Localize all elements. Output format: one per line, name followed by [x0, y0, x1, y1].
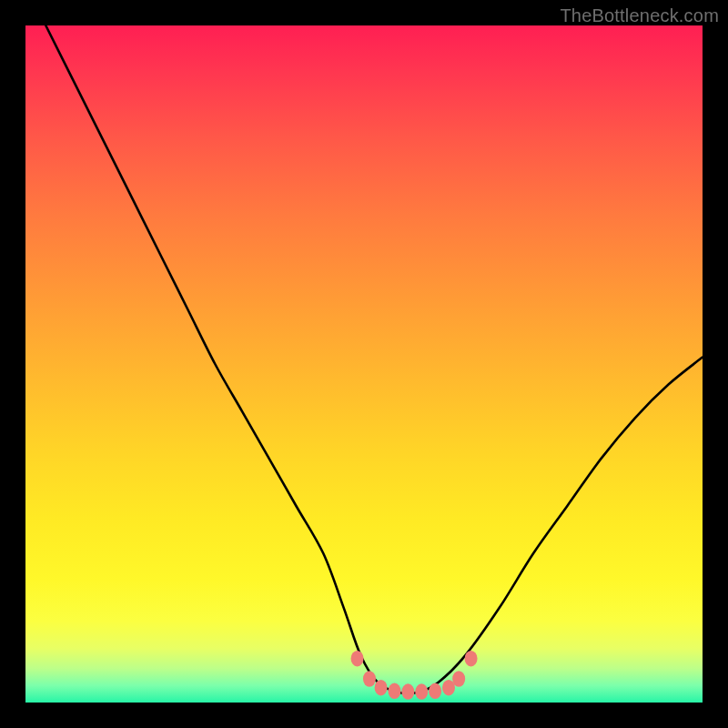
flat-region-markers	[351, 651, 478, 700]
marker-dot	[415, 683, 428, 700]
watermark-text: TheBottleneck.com	[560, 5, 719, 26]
chart-svg	[25, 25, 703, 703]
marker-dot	[351, 651, 364, 667]
marker-dot	[363, 671, 376, 687]
marker-dot	[375, 680, 388, 696]
marker-dot	[401, 683, 414, 700]
marker-dot	[429, 683, 441, 700]
curve-path	[46, 25, 703, 693]
marker-dot	[388, 683, 400, 700]
bottleneck-curve	[46, 25, 703, 693]
marker-dot	[465, 651, 478, 667]
chart-frame: TheBottleneck.com	[0, 0, 728, 728]
chart-plot-area	[25, 25, 703, 703]
marker-dot	[452, 671, 465, 687]
